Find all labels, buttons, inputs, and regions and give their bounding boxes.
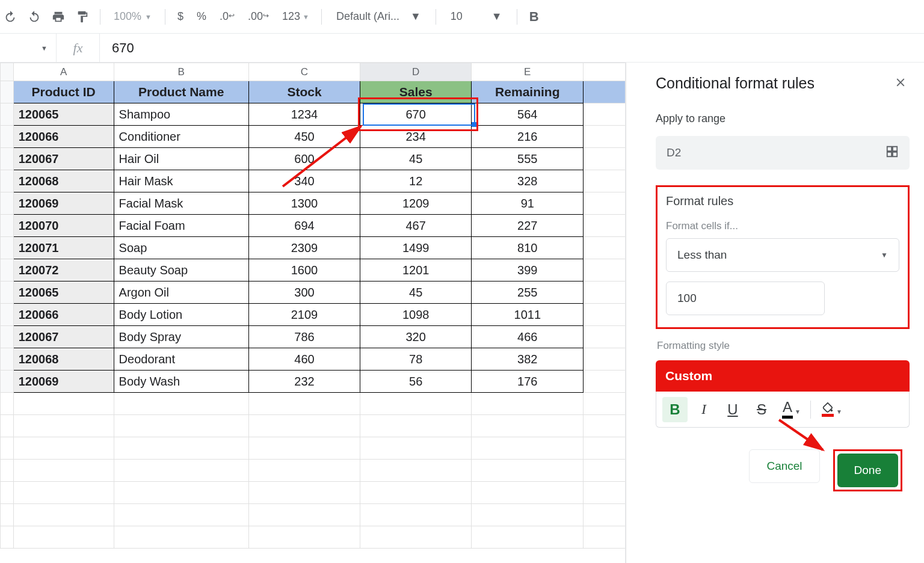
cell-remaining[interactable]: 176: [472, 371, 584, 393]
cell-product-id[interactable]: 120066: [13, 304, 114, 326]
cell-product-name[interactable]: Hair Mask: [114, 170, 248, 192]
cell-product-name[interactable]: Conditioner: [114, 126, 248, 148]
row-header[interactable]: [1, 460, 14, 482]
cell-stock[interactable]: 1234: [248, 103, 360, 126]
cell-sales[interactable]: 56: [360, 371, 472, 393]
style-bold-button[interactable]: B: [662, 397, 688, 422]
cell-product-id[interactable]: 120065: [13, 103, 114, 126]
cell-stock[interactable]: 300: [248, 282, 360, 304]
col-header-e[interactable]: E: [472, 63, 584, 81]
print-button[interactable]: [48, 7, 69, 27]
cell-product-id[interactable]: 120070: [13, 215, 114, 237]
row-header[interactable]: [1, 415, 14, 437]
cell-remaining[interactable]: 564: [472, 103, 584, 126]
cell-stock[interactable]: 450: [248, 126, 360, 148]
font-size-select[interactable]: 10▼: [443, 7, 510, 27]
name-box[interactable]: ▼: [0, 34, 57, 62]
cell-remaining[interactable]: 810: [472, 237, 584, 259]
cell-sales[interactable]: 45: [360, 148, 472, 170]
row-header[interactable]: [1, 437, 14, 460]
cell-sales[interactable]: 1209: [360, 192, 472, 215]
row-header[interactable]: [1, 103, 14, 126]
cell-sales[interactable]: 78: [360, 348, 472, 371]
cell-product-id[interactable]: 120068: [13, 170, 114, 192]
row-header[interactable]: [1, 259, 14, 282]
cell-product-id[interactable]: 120069: [13, 192, 114, 215]
select-range-icon[interactable]: [886, 145, 899, 161]
row-header[interactable]: [1, 192, 14, 215]
cell-product-id[interactable]: 120065: [13, 282, 114, 304]
cell-product-id[interactable]: 120072: [13, 259, 114, 282]
cell-stock[interactable]: 2109: [248, 304, 360, 326]
cell-product-id[interactable]: 120069: [13, 371, 114, 393]
cell-product-name[interactable]: Body Wash: [114, 371, 248, 393]
cell-stock[interactable]: 340: [248, 170, 360, 192]
increase-decimal-button[interactable]: .00↪: [243, 7, 274, 27]
cell-sales[interactable]: 670: [360, 103, 472, 126]
header-product-name[interactable]: Product Name: [114, 81, 248, 103]
style-preview[interactable]: Custom: [656, 360, 910, 392]
cell-product-name[interactable]: Shampoo: [114, 103, 248, 126]
text-color-button[interactable]: A ▼: [778, 397, 803, 422]
cell-sales[interactable]: 12: [360, 170, 472, 192]
cell-product-id[interactable]: 120067: [13, 326, 114, 348]
style-strike-button[interactable]: S: [749, 397, 774, 422]
cell-sales[interactable]: 45: [360, 282, 472, 304]
row-header[interactable]: [1, 526, 14, 549]
row-header[interactable]: [1, 237, 14, 259]
font-family-select[interactable]: Default (Ari...▼: [329, 7, 428, 27]
cell-stock[interactable]: 600: [248, 148, 360, 170]
row-header[interactable]: [1, 148, 14, 170]
cell-remaining[interactable]: 382: [472, 348, 584, 371]
number-format-select[interactable]: 123▼: [277, 7, 314, 27]
col-header-a[interactable]: A: [13, 63, 114, 81]
row-header[interactable]: [1, 348, 14, 371]
col-header-b[interactable]: B: [114, 63, 248, 81]
cell-sales[interactable]: 1499: [360, 237, 472, 259]
decrease-decimal-button[interactable]: .0↩: [215, 7, 239, 27]
cell-remaining[interactable]: 466: [472, 326, 584, 348]
cell-remaining[interactable]: 555: [472, 148, 584, 170]
row-header[interactable]: [1, 126, 14, 148]
cell-remaining[interactable]: 1011: [472, 304, 584, 326]
cell-sales[interactable]: 1201: [360, 259, 472, 282]
cell-product-id[interactable]: 120067: [13, 148, 114, 170]
done-button[interactable]: Done: [837, 454, 898, 487]
row-header[interactable]: [1, 504, 14, 526]
header-sales[interactable]: Sales: [360, 81, 472, 103]
col-header-c[interactable]: C: [248, 63, 360, 81]
header-remaining[interactable]: Remaining: [472, 81, 584, 103]
row-header[interactable]: [1, 170, 14, 192]
cell-product-id[interactable]: 120066: [13, 126, 114, 148]
header-stock[interactable]: Stock: [248, 81, 360, 103]
cell-product-name[interactable]: Beauty Soap: [114, 259, 248, 282]
row-header[interactable]: [1, 81, 14, 103]
close-panel-button[interactable]: [894, 76, 907, 91]
condition-select[interactable]: Less than ▼: [666, 238, 899, 272]
cell-product-name[interactable]: Argon Oil: [114, 282, 248, 304]
select-all-corner[interactable]: [1, 63, 14, 81]
cell-product-id[interactable]: 120068: [13, 348, 114, 371]
cell-remaining[interactable]: 91: [472, 192, 584, 215]
bold-button[interactable]: B: [525, 9, 544, 25]
cell-remaining[interactable]: 328: [472, 170, 584, 192]
fill-color-button[interactable]: ▼: [818, 397, 843, 422]
cell-stock[interactable]: 1600: [248, 259, 360, 282]
style-italic-button[interactable]: I: [691, 397, 716, 422]
range-input[interactable]: D2: [656, 136, 910, 170]
col-header-d[interactable]: D: [360, 63, 472, 81]
cell-stock[interactable]: 460: [248, 348, 360, 371]
style-underline-button[interactable]: U: [720, 397, 745, 422]
undo-button[interactable]: [0, 7, 20, 27]
cell-product-id[interactable]: 120071: [13, 237, 114, 259]
zoom-select[interactable]: 100%▼: [108, 7, 158, 27]
cancel-button[interactable]: Cancel: [749, 449, 819, 483]
formula-input[interactable]: [100, 34, 924, 62]
cell-sales[interactable]: 1098: [360, 304, 472, 326]
cell-product-name[interactable]: Soap: [114, 237, 248, 259]
cell-remaining[interactable]: 399: [472, 259, 584, 282]
cell-product-name[interactable]: Facial Foam: [114, 215, 248, 237]
cell-product-name[interactable]: Body Spray: [114, 326, 248, 348]
row-header[interactable]: [1, 282, 14, 304]
cell-stock[interactable]: 1300: [248, 192, 360, 215]
